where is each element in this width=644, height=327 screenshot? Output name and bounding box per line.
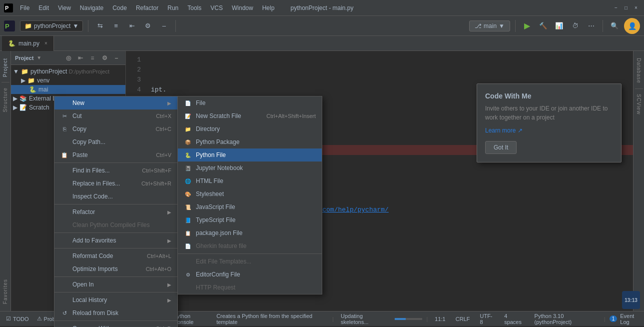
todo-icon: ☑ xyxy=(6,316,11,322)
database-tab[interactable]: Database xyxy=(636,55,642,86)
panel-settings-icon[interactable]: ⚙ xyxy=(99,53,109,63)
toolbar-minimize-panel-icon[interactable]: – xyxy=(157,20,170,32)
sub-item-py-package[interactable]: 📦 Python Package xyxy=(178,136,322,148)
status-line-sep[interactable]: CRLF xyxy=(453,315,473,323)
toolbar-more-icon[interactable]: ⋯ xyxy=(585,20,598,32)
branch-selector[interactable]: ⎇ main ▼ xyxy=(469,20,510,32)
got-it-button[interactable]: Got It xyxy=(485,141,517,154)
sub-file-label: File xyxy=(196,100,205,106)
ctx-replace-files-label: Replace in Files... xyxy=(72,180,120,187)
sub-item-jupyter[interactable]: 📓 Jupyter Notebook xyxy=(178,162,322,174)
status-indent[interactable]: 4 spaces xyxy=(501,312,527,326)
sub-item-html[interactable]: 🌐 HTML File xyxy=(178,174,322,188)
panel-dropdown-icon[interactable]: ▼ xyxy=(36,55,41,60)
status-encoding[interactable]: UTF-8 xyxy=(477,312,497,326)
coverage-button[interactable]: 📊 xyxy=(553,20,566,32)
ctx-item-cut[interactable]: ✂ Cut Ctrl+X xyxy=(54,110,177,122)
menu-help[interactable]: Help xyxy=(258,2,279,14)
ctx-item-favorites[interactable]: Add to Favorites ▶ xyxy=(54,234,177,247)
menu-refactor[interactable]: Refactor xyxy=(132,2,162,14)
ctx-item-reformat[interactable]: Reformat Code Ctrl+Alt+L xyxy=(54,250,177,262)
open-in-icon xyxy=(60,280,68,288)
title-bar: P File Edit View Navigate Code Refactor … xyxy=(0,0,644,16)
menu-window[interactable]: Window xyxy=(228,2,257,14)
search-everywhere-icon[interactable]: 🔍 xyxy=(608,20,621,32)
panel-expand-icon[interactable]: ≡ xyxy=(87,53,97,63)
tree-root[interactable]: ▼ 📁 pythonProject D:/pythonProject xyxy=(11,67,125,76)
sub-item-scratch[interactable]: 📝 New Scratch File Ctrl+Alt+Shift+Insert xyxy=(178,110,322,122)
build-button[interactable]: 🔨 xyxy=(537,20,550,32)
sub-item-directory[interactable]: 📁 Directory xyxy=(178,122,322,136)
panel-collapse-all-icon[interactable]: ⇤ xyxy=(75,53,85,63)
ctx-item-paste[interactable]: 📋 Paste Ctrl+V xyxy=(54,148,177,162)
ctx-item-inspect[interactable]: Inspect Code... xyxy=(54,190,177,203)
status-position[interactable]: 11:1 xyxy=(432,315,448,323)
structure-tab[interactable]: Structure xyxy=(2,84,8,116)
open-in-arrow-icon: ▶ xyxy=(167,282,171,288)
ctx-item-copy[interactable]: ⎘ Copy Ctrl+C xyxy=(54,122,177,136)
sub-item-stylesheet[interactable]: 🎨 Stylesheet xyxy=(178,188,322,200)
run-button[interactable]: ▶ xyxy=(521,20,534,32)
status-python-version[interactable]: Python 3.10 (pythonProject) xyxy=(532,312,600,326)
ctx-item-replace-files[interactable]: Replace in Files... Ctrl+Shift+R xyxy=(54,177,177,190)
maximize-button[interactable]: □ xyxy=(622,4,630,12)
ctx-item-optimize[interactable]: Optimize Imports Ctrl+Alt+O xyxy=(54,262,177,276)
event-log-button[interactable]: 1 Event Log xyxy=(610,313,642,325)
sub-item-javascript[interactable]: 📜 JavaScript File xyxy=(178,200,322,214)
sub-item-package-json[interactable]: 📋 package.json File xyxy=(178,226,322,240)
project-tab[interactable]: Project xyxy=(2,55,8,80)
toolbar-collapse-icon[interactable]: ⇤ xyxy=(125,20,138,32)
toolbar-list-icon[interactable]: ≡ xyxy=(109,20,122,32)
ctx-item-find-files[interactable]: Find in Files... Ctrl+Shift+F xyxy=(54,164,177,177)
ctx-item-compare[interactable]: ≈ Compare With... Ctrl+D xyxy=(54,322,177,327)
package-json-icon: 📋 xyxy=(184,229,192,237)
toolbar-settings-icon[interactable]: ⚙ xyxy=(141,20,154,32)
app-logo: P xyxy=(4,4,13,12)
panel-locate-icon[interactable]: ◎ xyxy=(63,53,73,63)
scview-tab[interactable]: SCView xyxy=(636,91,642,118)
ctx-open-in-label: Open In xyxy=(72,281,94,288)
ctx-item-reload[interactable]: ↺ Reload from Disk xyxy=(54,306,177,320)
sub-item-editorconfig[interactable]: ⚙ EditorConfig File xyxy=(178,268,322,281)
profile-button[interactable]: ⏱ xyxy=(569,20,582,32)
ctx-item-refactor[interactable]: Refactor ▶ xyxy=(54,206,177,218)
scratch-file-icon: 📝 xyxy=(184,112,192,120)
menu-vcs[interactable]: VCS xyxy=(206,2,227,14)
menu-view[interactable]: View xyxy=(54,2,75,14)
menu-navigate[interactable]: Navigate xyxy=(76,2,107,14)
sub-item-file[interactable]: 📄 File xyxy=(178,96,322,110)
menu-run[interactable]: Run xyxy=(163,2,182,14)
editor-tab-main[interactable]: 🐍 main.py × xyxy=(2,36,54,51)
directory-icon: 📁 xyxy=(184,125,192,133)
ctx-item-local-history[interactable]: Local History ▶ xyxy=(54,294,177,306)
project-dropdown-icon: ▼ xyxy=(72,22,78,30)
menu-tools[interactable]: Tools xyxy=(183,2,205,14)
code-line-1: 1 xyxy=(126,55,633,65)
panel-hide-icon[interactable]: – xyxy=(111,53,121,63)
sub-item-python-file[interactable]: 🐍 Python File xyxy=(178,148,322,162)
tree-item-venv[interactable]: ▶ 📁 venv xyxy=(11,76,125,85)
branch-name: main xyxy=(484,22,497,30)
tree-item-main[interactable]: 🐍 mai xyxy=(11,85,125,94)
ctx-clean-label: Clean Python Compiled Files xyxy=(72,222,150,228)
project-selector[interactable]: 📁 pythonProject ▼ xyxy=(20,20,83,32)
todo-label: TODO xyxy=(13,316,29,322)
sub-item-typescript[interactable]: 📘 TypeScript File xyxy=(178,214,322,226)
minimize-button[interactable]: − xyxy=(612,4,620,12)
ctx-item-open-in[interactable]: Open In ▶ xyxy=(54,278,177,291)
favorites-tab[interactable]: Favorites xyxy=(2,276,8,307)
close-button[interactable]: × xyxy=(632,4,640,12)
sub-item-gherkin: 📄 Gherkin feature file xyxy=(178,240,322,252)
ctx-item-copy-path[interactable]: Copy Path... xyxy=(54,136,177,148)
user-avatar[interactable]: 👤 xyxy=(624,18,640,34)
menu-edit[interactable]: Edit xyxy=(34,2,53,14)
menu-code[interactable]: Code xyxy=(108,2,131,14)
toolbar-sync-icon[interactable]: ⇆ xyxy=(93,20,106,32)
tooltip-learn-more-link[interactable]: Learn more ↗ xyxy=(485,127,613,134)
toolbar-separator-2 xyxy=(175,20,176,32)
ctx-item-new[interactable]: New ▶ xyxy=(54,96,177,110)
tab-close-icon[interactable]: × xyxy=(44,40,47,46)
menu-file[interactable]: File xyxy=(16,2,33,14)
status-tab-todo[interactable]: ☑ TODO xyxy=(2,314,33,323)
ctx-item-clean-python: Clean Python Compiled Files xyxy=(54,218,177,232)
